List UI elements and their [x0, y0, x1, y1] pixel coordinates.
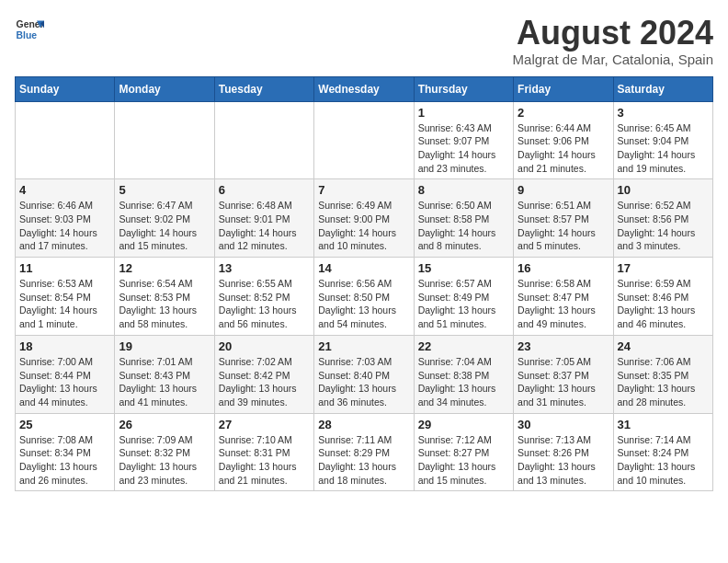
page-subtitle: Malgrat de Mar, Catalonia, Spain [513, 52, 713, 67]
calendar-cell: 21Sunrise: 7:03 AM Sunset: 8:40 PM Dayli… [314, 335, 414, 413]
calendar-cell: 8Sunrise: 6:50 AM Sunset: 8:58 PM Daylig… [414, 179, 513, 258]
day-info: Sunrise: 6:50 AM Sunset: 8:58 PM Dayligh… [418, 199, 509, 253]
calendar-cell: 3Sunrise: 6:45 AM Sunset: 9:04 PM Daylig… [613, 101, 712, 179]
calendar-cell: 18Sunrise: 7:00 AM Sunset: 8:44 PM Dayli… [16, 335, 115, 413]
day-number: 1 [418, 106, 509, 120]
day-number: 9 [518, 183, 609, 197]
calendar-week-row: 18Sunrise: 7:00 AM Sunset: 8:44 PM Dayli… [16, 335, 713, 413]
day-info: Sunrise: 7:14 AM Sunset: 8:24 PM Dayligh… [618, 433, 709, 488]
calendar-cell: 30Sunrise: 7:13 AM Sunset: 8:26 PM Dayli… [514, 413, 613, 491]
day-info: Sunrise: 6:59 AM Sunset: 8:46 PM Dayligh… [618, 277, 709, 331]
calendar-cell [115, 101, 214, 179]
day-number: 15 [418, 261, 509, 275]
calendar-week-row: 4Sunrise: 6:46 AM Sunset: 9:03 PM Daylig… [16, 179, 713, 258]
calendar-cell: 16Sunrise: 6:58 AM Sunset: 8:47 PM Dayli… [514, 258, 613, 336]
day-info: Sunrise: 7:00 AM Sunset: 8:44 PM Dayligh… [19, 355, 110, 409]
day-number: 2 [518, 106, 609, 120]
day-info: Sunrise: 7:04 AM Sunset: 8:38 PM Dayligh… [418, 355, 509, 409]
svg-text:Blue: Blue [17, 30, 38, 40]
day-info: Sunrise: 6:56 AM Sunset: 8:50 PM Dayligh… [318, 277, 409, 331]
calendar-cell: 26Sunrise: 7:09 AM Sunset: 8:32 PM Dayli… [115, 413, 214, 491]
calendar-cell: 12Sunrise: 6:54 AM Sunset: 8:53 PM Dayli… [115, 258, 214, 336]
day-info: Sunrise: 6:49 AM Sunset: 9:00 PM Dayligh… [318, 199, 409, 253]
calendar-cell: 25Sunrise: 7:08 AM Sunset: 8:34 PM Dayli… [16, 413, 115, 491]
day-info: Sunrise: 7:08 AM Sunset: 8:34 PM Dayligh… [19, 433, 110, 488]
day-info: Sunrise: 7:02 AM Sunset: 8:42 PM Dayligh… [219, 355, 310, 409]
calendar-cell: 27Sunrise: 7:10 AM Sunset: 8:31 PM Dayli… [214, 413, 313, 491]
calendar-cell: 19Sunrise: 7:01 AM Sunset: 8:43 PM Dayli… [115, 335, 214, 413]
calendar-cell [214, 101, 313, 179]
day-info: Sunrise: 6:45 AM Sunset: 9:04 PM Dayligh… [618, 121, 709, 176]
calendar-cell: 7Sunrise: 6:49 AM Sunset: 9:00 PM Daylig… [314, 179, 414, 258]
day-number: 29 [418, 418, 509, 431]
day-number: 23 [518, 339, 609, 353]
day-info: Sunrise: 7:09 AM Sunset: 8:32 PM Dayligh… [119, 433, 210, 488]
calendar-cell: 6Sunrise: 6:48 AM Sunset: 9:01 PM Daylig… [214, 179, 313, 258]
day-number: 10 [618, 183, 709, 197]
day-number: 25 [19, 418, 110, 431]
day-number: 17 [618, 261, 709, 275]
day-number: 5 [119, 183, 210, 197]
calendar-cell: 28Sunrise: 7:11 AM Sunset: 8:29 PM Dayli… [314, 413, 414, 491]
calendar-table: SundayMondayTuesdayWednesdayThursdayFrid… [15, 76, 713, 492]
calendar-cell: 22Sunrise: 7:04 AM Sunset: 8:38 PM Dayli… [414, 335, 513, 413]
day-info: Sunrise: 6:51 AM Sunset: 8:57 PM Dayligh… [518, 199, 609, 253]
calendar-cell: 2Sunrise: 6:44 AM Sunset: 9:06 PM Daylig… [514, 101, 613, 179]
day-number: 6 [219, 183, 310, 197]
day-number: 24 [618, 339, 709, 353]
day-number: 4 [19, 183, 110, 197]
day-info: Sunrise: 7:12 AM Sunset: 8:27 PM Dayligh… [418, 433, 509, 488]
calendar-cell: 24Sunrise: 7:06 AM Sunset: 8:35 PM Dayli… [613, 335, 712, 413]
day-info: Sunrise: 6:58 AM Sunset: 8:47 PM Dayligh… [518, 277, 609, 331]
day-of-week-header: Thursday [414, 76, 513, 101]
calendar-cell: 23Sunrise: 7:05 AM Sunset: 8:37 PM Dayli… [514, 335, 613, 413]
calendar-cell: 10Sunrise: 6:52 AM Sunset: 8:56 PM Dayli… [613, 179, 712, 258]
day-number: 16 [518, 261, 609, 275]
day-number: 28 [318, 418, 409, 431]
calendar-week-row: 11Sunrise: 6:53 AM Sunset: 8:54 PM Dayli… [16, 258, 713, 336]
day-info: Sunrise: 7:01 AM Sunset: 8:43 PM Dayligh… [119, 355, 210, 409]
day-info: Sunrise: 6:52 AM Sunset: 8:56 PM Dayligh… [618, 199, 709, 253]
logo-icon: General Blue [15, 15, 44, 44]
day-number: 19 [119, 339, 210, 353]
day-number: 18 [19, 339, 110, 353]
day-of-week-header: Wednesday [314, 76, 414, 101]
day-info: Sunrise: 7:13 AM Sunset: 8:26 PM Dayligh… [518, 433, 609, 488]
calendar-week-row: 1Sunrise: 6:43 AM Sunset: 9:07 PM Daylig… [16, 101, 713, 179]
day-number: 21 [318, 339, 409, 353]
day-number: 27 [219, 418, 310, 431]
day-of-week-header: Sunday [16, 76, 115, 101]
day-number: 12 [119, 261, 210, 275]
day-number: 13 [219, 261, 310, 275]
logo: General Blue [15, 15, 44, 44]
calendar-cell: 15Sunrise: 6:57 AM Sunset: 8:49 PM Dayli… [414, 258, 513, 336]
calendar-cell [16, 101, 115, 179]
day-info: Sunrise: 6:46 AM Sunset: 9:03 PM Dayligh… [19, 199, 110, 253]
day-info: Sunrise: 6:55 AM Sunset: 8:52 PM Dayligh… [219, 277, 310, 331]
day-info: Sunrise: 6:54 AM Sunset: 8:53 PM Dayligh… [119, 277, 210, 331]
day-number: 7 [318, 183, 409, 197]
calendar-body: 1Sunrise: 6:43 AM Sunset: 9:07 PM Daylig… [16, 101, 713, 491]
calendar-cell: 20Sunrise: 7:02 AM Sunset: 8:42 PM Dayli… [214, 335, 313, 413]
day-info: Sunrise: 6:48 AM Sunset: 9:01 PM Dayligh… [219, 199, 310, 253]
day-number: 26 [119, 418, 210, 431]
day-number: 8 [418, 183, 509, 197]
day-number: 14 [318, 261, 409, 275]
day-number: 20 [219, 339, 310, 353]
day-number: 3 [618, 106, 709, 120]
day-info: Sunrise: 6:44 AM Sunset: 9:06 PM Dayligh… [518, 121, 609, 176]
calendar-cell: 31Sunrise: 7:14 AM Sunset: 8:24 PM Dayli… [613, 413, 712, 491]
day-info: Sunrise: 7:10 AM Sunset: 8:31 PM Dayligh… [219, 433, 310, 488]
day-of-week-header: Saturday [613, 76, 712, 101]
day-info: Sunrise: 6:53 AM Sunset: 8:54 PM Dayligh… [19, 277, 110, 331]
day-number: 31 [618, 418, 709, 431]
calendar-week-row: 25Sunrise: 7:08 AM Sunset: 8:34 PM Dayli… [16, 413, 713, 491]
day-number: 22 [418, 339, 509, 353]
day-info: Sunrise: 6:43 AM Sunset: 9:07 PM Dayligh… [418, 121, 509, 176]
day-info: Sunrise: 6:47 AM Sunset: 9:02 PM Dayligh… [119, 199, 210, 253]
day-info: Sunrise: 7:05 AM Sunset: 8:37 PM Dayligh… [518, 355, 609, 409]
calendar-cell: 29Sunrise: 7:12 AM Sunset: 8:27 PM Dayli… [414, 413, 513, 491]
calendar-cell: 4Sunrise: 6:46 AM Sunset: 9:03 PM Daylig… [16, 179, 115, 258]
day-info: Sunrise: 7:06 AM Sunset: 8:35 PM Dayligh… [618, 355, 709, 409]
calendar-cell [314, 101, 414, 179]
